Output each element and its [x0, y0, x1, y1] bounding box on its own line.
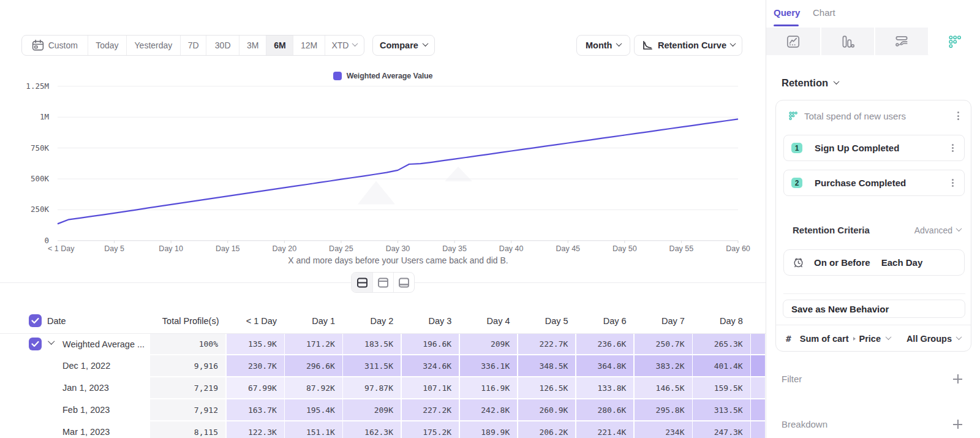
retention-value-cell[interactable]: 206.2K	[518, 421, 576, 438]
retention-value-cell[interactable]: 247.3K	[693, 421, 750, 438]
report-type-insights[interactable]	[766, 28, 820, 55]
column-header-total-profiles[interactable]: Total Profile(s)	[121, 309, 219, 333]
retention-value-cell[interactable]: 234K	[635, 421, 692, 438]
retention-value-cell[interactable]: 364.8K	[576, 355, 634, 376]
retention-value-cell-clipped[interactable]	[751, 355, 765, 376]
retention-value-cell[interactable]: 401.4K	[693, 355, 750, 376]
date-range-custom[interactable]: Custom	[22, 36, 88, 55]
retention-value-cell[interactable]: 260.9K	[518, 399, 576, 420]
row-checkbox[interactable]	[29, 338, 42, 350]
table-only-view-button[interactable]	[393, 273, 414, 292]
event-step-1[interactable]: 1 Sign Up Completed	[783, 135, 965, 161]
column-header-day[interactable]: Day 3	[396, 309, 451, 333]
event-step-menu-button[interactable]	[948, 143, 957, 153]
date-range-12m[interactable]: 12M	[293, 36, 324, 55]
retention-value-cell[interactable]: 230.7K	[227, 355, 284, 376]
criteria-mode-dropdown[interactable]: Advanced	[914, 225, 961, 235]
add-filter-button[interactable]	[953, 374, 962, 383]
measure-property-label[interactable]: Price	[859, 334, 881, 344]
retention-value-cell[interactable]: 295.8K	[635, 399, 692, 420]
retention-value-cell[interactable]: 189.9K	[460, 421, 518, 438]
retention-value-cell[interactable]: 133.8K	[576, 377, 634, 398]
retention-value-cell[interactable]: 107.1K	[402, 377, 459, 398]
retention-value-cell[interactable]: 336.1K	[460, 355, 518, 376]
retention-line-chart[interactable]: 0250K500K750K1M1.25M< 1 DayDay 5Day 10Da…	[0, 80, 766, 263]
measure-event-label[interactable]: Sum of cart	[800, 334, 849, 344]
retention-value-cell[interactable]: 222.7K	[518, 334, 576, 355]
granularity-button[interactable]: Month	[576, 35, 630, 56]
retention-value-cell[interactable]: 87.92K	[285, 377, 342, 398]
retention-value-cell[interactable]: 146.5K	[635, 377, 692, 398]
retention-value-cell[interactable]: 175.2K	[402, 421, 459, 438]
retention-value-cell[interactable]: 250.7K	[635, 334, 692, 355]
retention-value-cell[interactable]: 67.99K	[227, 377, 284, 398]
date-range-6m[interactable]: 6M	[266, 36, 293, 55]
retention-value-cell[interactable]: 324.6K	[402, 355, 459, 376]
retention-value-cell[interactable]: 163.7K	[227, 399, 284, 420]
retention-value-cell[interactable]: 265.3K	[693, 334, 750, 355]
column-header-day[interactable]: Day 8	[688, 309, 743, 333]
retention-value-cell[interactable]: 227.2K	[402, 399, 459, 420]
retention-value-cell[interactable]: 313.5K	[693, 399, 750, 420]
retention-value-cell[interactable]: 383.2K	[635, 355, 692, 376]
retention-value-cell[interactable]: 209K	[460, 334, 518, 355]
retention-value-cell[interactable]: 122.3K	[227, 421, 284, 438]
retention-value-cell[interactable]: 126.5K	[518, 377, 576, 398]
date-range-7d[interactable]: 7D	[180, 36, 206, 55]
retention-value-cell[interactable]: 348.5K	[518, 355, 576, 376]
save-as-new-behavior-button[interactable]: Save as New Behavior	[783, 300, 965, 318]
column-header-date[interactable]: Date	[47, 309, 66, 333]
compare-button[interactable]: Compare	[372, 35, 435, 56]
behavior-menu-button[interactable]	[954, 111, 962, 121]
criteria-row[interactable]: On or Before Each Day	[783, 249, 965, 276]
date-range-30d[interactable]: 30D	[206, 36, 238, 55]
chart-only-view-button[interactable]	[372, 273, 393, 292]
column-header-day[interactable]: Day 6	[571, 309, 627, 333]
split-view-button[interactable]	[352, 273, 372, 292]
retention-value-cell-clipped[interactable]	[751, 421, 765, 438]
retention-value-cell-clipped[interactable]	[751, 399, 765, 420]
add-breakdown-button[interactable]	[953, 420, 962, 429]
select-all-checkbox[interactable]	[29, 314, 42, 327]
column-header-day[interactable]: Day 7	[630, 309, 685, 333]
column-header-day[interactable]: Day 5	[513, 309, 568, 333]
retention-value-cell[interactable]: 236.6K	[576, 334, 634, 355]
retention-value-cell[interactable]: 311.5K	[343, 355, 401, 376]
retention-value-cell[interactable]: 195.4K	[285, 399, 342, 420]
expand-row-chevron-icon[interactable]	[48, 338, 55, 344]
retention-value-cell[interactable]: 209K	[343, 399, 401, 420]
retention-section-header[interactable]: Retention	[782, 77, 839, 89]
date-range-yesterday[interactable]: Yesterday	[126, 36, 180, 55]
column-header-day[interactable]: Day 2	[338, 309, 393, 333]
retention-value-cell[interactable]: 296.6K	[285, 355, 342, 376]
retention-value-cell-clipped[interactable]	[751, 377, 765, 398]
column-header-day[interactable]: Day 4	[455, 309, 510, 333]
event-step-2[interactable]: 2 Purchase Completed	[783, 170, 965, 196]
column-header-day[interactable]: Day 1	[280, 309, 335, 333]
retention-value-cell[interactable]: 280.6K	[576, 399, 634, 420]
retention-value-cell[interactable]: 242.8K	[460, 399, 518, 420]
chart-legend[interactable]: Weighted Average Value	[0, 72, 766, 80]
event-step-menu-button[interactable]	[948, 178, 957, 188]
column-header-day[interactable]: < 1 Day	[222, 309, 277, 333]
retention-value-cell[interactable]: 221.4K	[576, 421, 634, 438]
retention-value-cell[interactable]: 162.3K	[343, 421, 401, 438]
tab-query[interactable]: Query	[774, 7, 800, 18]
retention-value-cell[interactable]: 151.1K	[285, 421, 342, 438]
group-by-dropdown[interactable]: All Groups	[907, 334, 961, 344]
date-range-today[interactable]: Today	[88, 36, 127, 55]
retention-value-cell[interactable]: 97.87K	[343, 377, 401, 398]
tab-chart[interactable]: Chart	[813, 7, 835, 18]
retention-value-cell[interactable]: 183.5K	[343, 334, 401, 355]
retention-value-cell[interactable]: 196.6K	[402, 334, 459, 355]
retention-value-cell[interactable]: 171.2K	[285, 334, 342, 355]
date-range-3m[interactable]: 3M	[239, 36, 266, 55]
retention-value-cell[interactable]: 116.9K	[460, 377, 518, 398]
report-type-funnels[interactable]	[820, 28, 874, 55]
report-type-retention[interactable]	[928, 28, 980, 55]
chart-type-button[interactable]: Retention Curve	[634, 35, 742, 56]
retention-value-cell[interactable]: 135.9K	[227, 334, 284, 355]
report-type-flows[interactable]	[874, 28, 928, 55]
retention-value-cell-clipped[interactable]	[751, 334, 765, 355]
date-range-xtd[interactable]: XTD	[325, 36, 364, 55]
